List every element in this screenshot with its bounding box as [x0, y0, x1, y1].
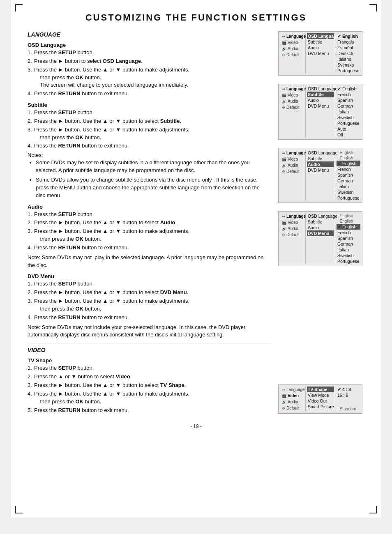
sub-language-icon: ⇒ [282, 87, 285, 91]
dvd-check-icon: ✔ [337, 224, 341, 229]
dvd-right-portuguese: Portuguese [337, 258, 360, 264]
osd-language-title: OSD Language [28, 42, 270, 48]
section-divider [28, 343, 270, 343]
subtitle-step-3: Press the ► button. Use the ▲ or ▼ butto… [28, 126, 270, 142]
dvd-center-osd: OSD Language [307, 213, 334, 219]
sub-audio-icon: 🔊 [282, 99, 286, 104]
osd-menu-box: ⇒Language 🎬Video 🔊Audio ⚙Default OSD Lan… [278, 31, 362, 76]
dvdmenu-step-2: Press the ► button. Use the ▲ or ▼ butto… [28, 289, 270, 297]
subtitle-step-2: Press the ► button. Use the ▲ or ▼ butto… [28, 117, 270, 125]
subtitle-note-1: Some DVDs may be set to display subtitle… [36, 159, 270, 175]
sidebar-language: ⇒Language [280, 33, 304, 39]
audio-menu-right: : English : English ✔ English French Spa… [335, 150, 362, 201]
sub-right-off: Off [337, 132, 360, 138]
aud-default-icon: ⚙ [282, 170, 285, 174]
audio-note: Note: Some DVDs may not play in the sele… [28, 254, 270, 269]
sub-sidebar-audio: 🔊Audio [280, 98, 304, 104]
aud-video-icon: 🎬 [282, 157, 286, 161]
sub-right-auto: Auto [337, 126, 360, 132]
dvdmenu-step-3: Press the ► button. Use the ▲ or ▼ butto… [28, 297, 270, 313]
sub-sidebar-default: ⚙Default [280, 104, 304, 110]
osd-right-espanol: Español [337, 45, 360, 51]
dvd-right-english: ✔ English [337, 224, 360, 230]
aud-right-english: ✔ English [337, 161, 360, 166]
subtitle-menu-right: ✔ English French Spanish German Italian … [335, 86, 362, 138]
dvd-audio-icon: 🔊 [282, 227, 286, 231]
dvd-video-icon: 🎬 [282, 221, 286, 225]
dvd-sidebar-default: ⚙Default [280, 232, 304, 238]
aud-right-swedish: Swedish [337, 189, 360, 195]
sub-right-german: German [337, 103, 360, 109]
sub-video-icon: 🎬 [282, 93, 286, 97]
osd-center-osd: OSD Language [307, 33, 334, 39]
vid-sidebar-default: ⚙Default [280, 405, 304, 411]
aud-right-portuguese: Portuguese [337, 195, 360, 201]
sub-right-italian: Italian [337, 109, 360, 115]
dvdmenu-menu-right: : English : English ✔ English French Spa… [335, 213, 362, 264]
subtitle-menu-sidebar: ⇒Language 🎬Video 🔊Audio ⚙Default [280, 86, 306, 138]
subtitle-menu-box: ⇒Language 🎬Video 🔊Audio ⚙Default OSD Lan… [278, 84, 362, 140]
tvshape-step-5: Press the RETURN button to exit menu. [28, 407, 270, 414]
default-icon: ⚙ [282, 53, 285, 57]
subtitle-step-4: Press the RETURN button to exit menu. [28, 142, 270, 150]
audio-step-2: Press the ► button. Use the ▲ or ▼ butto… [28, 219, 270, 227]
sub-right-swedish: Swedish [337, 115, 360, 120]
dvd-center-dvd: DVD Menu [307, 230, 334, 236]
tvshape-step-2: Press the ▲ or ▼ button to select Video. [28, 373, 270, 381]
osd-menu-center: OSD Language Subtitle Audio DVD Menu [306, 33, 335, 74]
osd-center-subtitle: Subtitle [307, 39, 334, 45]
osd-center-audio: Audio [307, 45, 334, 51]
tvshape-step-4: Press the ► button. Use the ▲ or ▼ butto… [28, 390, 270, 406]
sub-center-subtitle: Subtitle [307, 92, 334, 97]
aud-right-german: German [337, 178, 360, 184]
subtitle-menu-center: OSD Language Subtitle Audio DVD Menu [306, 86, 335, 138]
vid-right-standard: : Standard [337, 406, 359, 412]
corner-tr [369, 4, 377, 12]
aud-right-sub-english: : English [337, 155, 360, 161]
tvshape-steps: Press the SETUP button. Press the ▲ or ▼… [28, 364, 270, 414]
dvdmenu-steps: Press the SETUP button. Press the ► butt… [28, 280, 270, 321]
osd-right-francais: Français [337, 39, 360, 45]
dvdmenu-menu-center: OSD Language Subtitle Audio DVD Menu [306, 213, 335, 264]
dvdmenu-step-1: Press the SETUP button. [28, 280, 270, 288]
vid-video-icon: 🎬 [282, 394, 286, 398]
page-title: CUSTOMIZING THE FUNCTION SETTINGS [28, 12, 364, 23]
video-title: VIDEO [28, 347, 270, 353]
dvd-sidebar-video: 🎬Video [280, 219, 304, 226]
audio-menu-sidebar: ⇒Language 🎬Video 🔊Audio ⚙Default [280, 150, 306, 201]
osd-step-1: Press the SETUP button. [28, 49, 270, 57]
corner-tl [15, 4, 23, 12]
audio-step-4: Press the RETURN button to exit menu. [28, 244, 270, 252]
dvd-right-osd-english: : English [337, 213, 360, 219]
vid-right-empty [337, 398, 359, 406]
aud-check-icon: ✔ [337, 161, 341, 166]
dvdmenu-step-4: Press the RETURN button to exit menu. [28, 314, 270, 322]
sub-sidebar-language: ⇒Language [280, 86, 304, 92]
osd-step-3: Press the ► button. Use the ▲ or ▼ butto… [28, 66, 270, 90]
sub-right-french: French [337, 92, 360, 97]
video-menu-right: ✔ 4 : 3 16 : 9 : Standard [335, 387, 360, 412]
vid-default-icon: ⚙ [282, 406, 285, 410]
sub-center-dvd: DVD Menu [307, 103, 334, 109]
right-column: ⇒Language 🎬Video 🔊Audio ⚙Default OSD Lan… [278, 31, 364, 416]
corner-bl [15, 506, 23, 513]
aud-center-osd: OSD Language [307, 150, 334, 156]
osd-step-2: Press the ► button to select OSD Languag… [28, 58, 270, 65]
osd-right-english: ✔ English [337, 33, 360, 39]
sidebar-default: ⚙Default [280, 52, 304, 58]
subtitle-title: Subtitle [28, 102, 270, 108]
osd-step-4: Press the RETURN button to exit menu. [28, 90, 270, 98]
video-menu-sidebar: ⇒Language 🎬Video 🔊Audio ⚙Default [280, 387, 306, 412]
sub-sidebar-video: 🎬Video [280, 92, 304, 98]
audio-steps: Press the SETUP button. Press the ► butt… [28, 211, 270, 252]
vid-sidebar-language: ⇒Language [280, 387, 304, 393]
dvd-sidebar-audio: 🔊Audio [280, 226, 304, 232]
corner-br [369, 506, 377, 513]
vid-check-icon: ✔ [337, 387, 341, 392]
content-area: LANGUAGE OSD Language Press the SETUP bu… [28, 31, 364, 416]
aud-sidebar-audio: 🔊Audio [280, 162, 304, 168]
dvd-right-sub-english: : English [337, 219, 360, 224]
sub-right-spanish: Spanish [337, 97, 360, 103]
audio-icon: 🔊 [282, 47, 286, 51]
osd-menu-sidebar: ⇒Language 🎬Video 🔊Audio ⚙Default [280, 33, 306, 74]
